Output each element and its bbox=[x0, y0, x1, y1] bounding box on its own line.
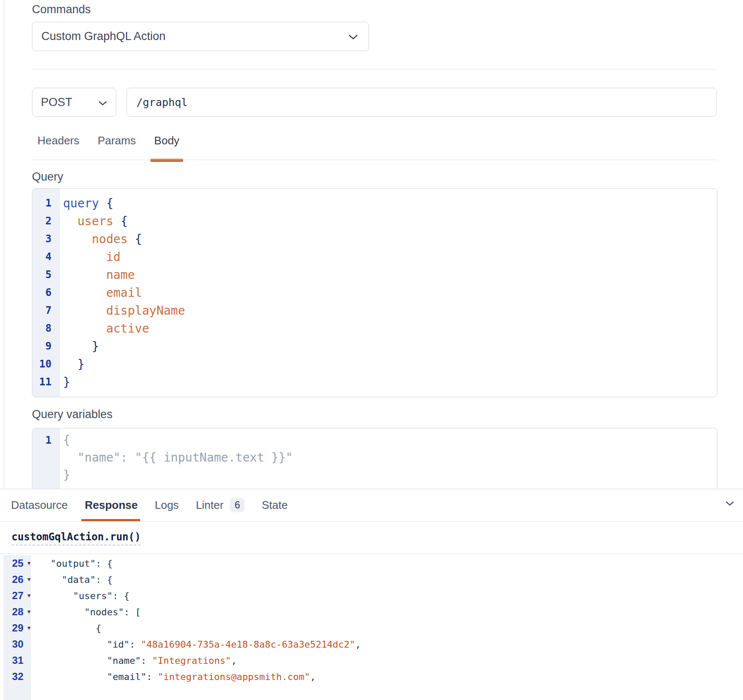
code-token: } bbox=[92, 339, 99, 353]
code-token: "nodes" bbox=[84, 607, 124, 617]
console-tab-datasource[interactable]: Datasource bbox=[11, 489, 68, 521]
fold-caret-icon[interactable]: ▼ bbox=[25, 560, 33, 566]
tab-body[interactable]: Body bbox=[154, 131, 179, 162]
code-token: : bbox=[147, 671, 158, 682]
response-code-text: "data": { bbox=[35, 574, 112, 585]
response-line: 25▼ "output": { bbox=[0, 555, 743, 571]
code-token: query bbox=[63, 196, 106, 210]
tab-params[interactable]: Params bbox=[98, 131, 136, 162]
code-text: email bbox=[59, 286, 142, 300]
response-line: 31 "name": "Integrations", bbox=[0, 652, 743, 668]
code-token: "name" bbox=[107, 655, 141, 666]
code-line: 7 displayName bbox=[32, 301, 717, 319]
response-line: 26▼ "data": { bbox=[0, 571, 743, 588]
code-token: : { bbox=[95, 558, 112, 569]
query-variables-label: Query variables bbox=[32, 408, 112, 421]
response-line-gutter: 27▼ bbox=[3, 590, 35, 602]
response-line: 30 "id": "48a16904-735a-4e18-8a8c-63a3e5… bbox=[0, 636, 743, 652]
pane-left-border bbox=[4, 0, 4, 489]
response-line-gutter: 30 bbox=[3, 638, 35, 650]
code-token: active bbox=[106, 321, 149, 336]
graphql-action-editor: Commands Custom GraphQL Action POST /gra… bbox=[0, 0, 743, 700]
code-token bbox=[39, 655, 107, 666]
chevron-down-icon bbox=[98, 96, 107, 109]
fold-caret-icon[interactable]: ▼ bbox=[25, 625, 33, 631]
code-text: name bbox=[59, 268, 135, 282]
response-code-text: "name": "Integrations", bbox=[35, 655, 237, 666]
code-token bbox=[63, 268, 106, 282]
code-line: 9 } bbox=[32, 337, 717, 355]
url-input[interactable]: /graphql bbox=[127, 88, 717, 117]
commands-select[interactable]: Custom GraphQL Action bbox=[32, 22, 369, 51]
query-variables-editor[interactable]: 1{ "name": "{{ inputName.text }}"} bbox=[32, 428, 717, 489]
response-code-text: "id": "48a16904-735a-4e18-8a8c-63a3e5214… bbox=[35, 639, 361, 650]
code-token bbox=[63, 339, 92, 353]
line-number: 29 bbox=[3, 622, 23, 634]
fold-caret-icon[interactable]: ▼ bbox=[25, 593, 33, 599]
line-number: 28 bbox=[3, 606, 23, 618]
commands-select-value: Custom GraphQL Action bbox=[41, 30, 166, 43]
code-text: "name": "{{ inputName.text }}" bbox=[59, 450, 293, 465]
code-token: } bbox=[63, 468, 70, 482]
line-number: 25 bbox=[3, 557, 23, 569]
code-token bbox=[63, 321, 106, 336]
response-line-gutter: 32 bbox=[3, 671, 35, 683]
method-select-value: POST bbox=[41, 96, 72, 109]
query-editor[interactable]: 1query {2 users {3 nodes {4 id5 name6 em… bbox=[32, 188, 717, 397]
code-token: { bbox=[121, 214, 128, 228]
line-number: 2 bbox=[32, 215, 59, 227]
fold-caret-icon[interactable]: ▼ bbox=[25, 609, 33, 615]
method-select[interactable]: POST bbox=[32, 88, 116, 117]
line-number: 9 bbox=[32, 340, 59, 352]
code-token: id bbox=[106, 250, 121, 264]
collapse-panel-chevron-icon[interactable] bbox=[725, 500, 734, 508]
request-tabs-divider bbox=[32, 160, 717, 160]
console-tab-state[interactable]: State bbox=[262, 489, 288, 521]
code-line: 4 id bbox=[32, 248, 717, 266]
code-token: , bbox=[310, 671, 316, 682]
code-token bbox=[63, 286, 106, 300]
commands-label: Commands bbox=[32, 3, 91, 16]
code-token: displayName bbox=[106, 304, 185, 318]
code-token: , bbox=[231, 655, 236, 666]
code-line: 5 name bbox=[32, 266, 717, 284]
console-tab-linter[interactable]: Linter6 bbox=[196, 489, 245, 521]
code-token: "48a16904-735a-4e18-8a8c-63a3e5214dc2" bbox=[141, 639, 355, 650]
code-token bbox=[63, 232, 92, 246]
line-number: 5 bbox=[32, 269, 59, 281]
line-number: 8 bbox=[32, 322, 59, 334]
fold-caret-icon[interactable]: ▼ bbox=[25, 577, 33, 582]
code-line: 8 active bbox=[32, 319, 717, 337]
code-text: { bbox=[59, 433, 70, 447]
code-text: id bbox=[59, 250, 121, 264]
code-line: 3 nodes { bbox=[32, 230, 717, 248]
code-line: 6 email bbox=[32, 284, 717, 301]
code-line: 11} bbox=[32, 373, 717, 391]
code-token: : { bbox=[112, 591, 130, 601]
console-tab-response[interactable]: Response bbox=[85, 489, 138, 521]
code-text: displayName bbox=[59, 304, 185, 318]
code-token: users bbox=[78, 214, 121, 228]
tab-headers[interactable]: Headers bbox=[37, 131, 79, 162]
line-number: 3 bbox=[32, 233, 59, 245]
code-line: 10 } bbox=[32, 355, 717, 373]
commands-divider bbox=[32, 69, 717, 69]
action-call-label: customGqlAction.run() bbox=[12, 531, 141, 545]
code-text: users { bbox=[59, 214, 128, 228]
code-text: } bbox=[59, 468, 70, 482]
code-token: : bbox=[130, 639, 141, 650]
response-code-text: "users": { bbox=[35, 591, 130, 601]
line-number: 4 bbox=[32, 251, 59, 263]
code-token bbox=[63, 357, 78, 371]
console-tab-logs[interactable]: Logs bbox=[155, 489, 179, 521]
code-token: { bbox=[135, 232, 142, 246]
code-line: "name": "{{ inputName.text }}" bbox=[32, 449, 717, 466]
code-token: , bbox=[355, 639, 361, 650]
response-code-text: "email": "integrations@appsmith.com", bbox=[35, 671, 316, 682]
response-viewer[interactable]: 25▼ "output": {26▼ "data": {27▼ "users":… bbox=[0, 554, 743, 700]
console-tabs: DatasourceResponseLogsLinter6State bbox=[0, 489, 743, 522]
code-token bbox=[63, 250, 106, 264]
code-token: "name": "{{ inputName.text }}" bbox=[63, 450, 293, 465]
line-number: 10 bbox=[32, 358, 59, 370]
code-token: } bbox=[63, 375, 70, 389]
